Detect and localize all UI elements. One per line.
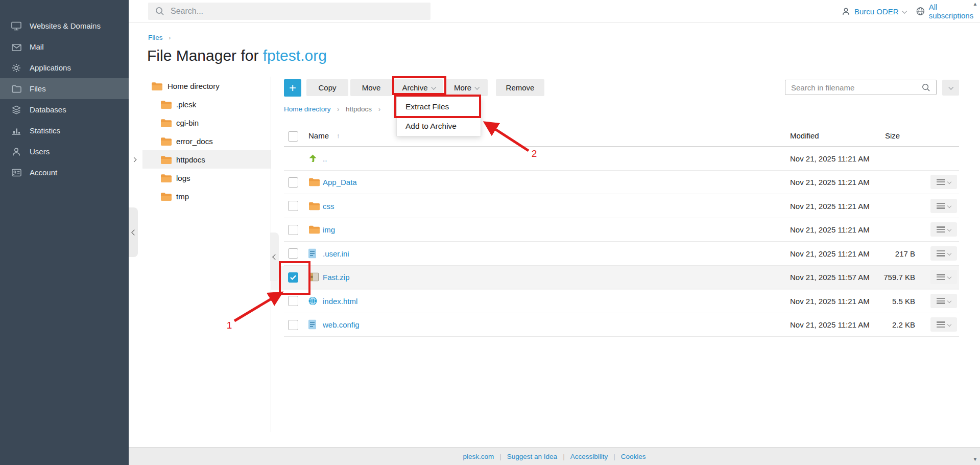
tree-item-tmp[interactable]: tmp: [129, 187, 271, 205]
chevron-right-icon[interactable]: [132, 157, 137, 162]
sidebar-item-databases[interactable]: Databases: [0, 99, 129, 120]
file-name-link[interactable]: web.config: [323, 320, 360, 329]
filename-search-input[interactable]: [785, 80, 937, 95]
search-input[interactable]: [148, 3, 431, 20]
path-separator: ›: [337, 106, 339, 113]
row-checkbox[interactable]: [288, 248, 298, 259]
archive-button[interactable]: Archive: [394, 79, 443, 96]
chevron-down-icon: [947, 251, 951, 255]
tree-item-logs[interactable]: logs: [129, 169, 271, 187]
file-name-link[interactable]: Fast.zip: [323, 273, 350, 282]
row-menu-button[interactable]: [930, 294, 957, 308]
tree-item-cgi-bin[interactable]: cgi-bin: [129, 113, 271, 132]
chevron-down-icon: [947, 180, 951, 184]
row-checkbox[interactable]: [288, 201, 298, 211]
user-name[interactable]: Burcu ODER: [854, 7, 899, 16]
page-title-domain: fptest.org: [263, 47, 327, 64]
file-table: ..Nov 21, 2025 11:21 AMApp_DataNov 21, 2…: [284, 147, 959, 337]
file-name-link[interactable]: css: [323, 201, 334, 210]
top-bar: Burcu ODER All subscriptions ? POWERED B…: [129, 0, 980, 23]
breadcrumb-files-link[interactable]: Files: [148, 34, 163, 41]
sidebar-item-label: Applications: [30, 63, 71, 72]
modified-cell: Nov 21, 2025 11:21 AM: [790, 296, 870, 305]
modified-cell: Nov 21, 2025 11:21 AM: [790, 249, 870, 258]
file-name-link[interactable]: img: [323, 225, 335, 234]
row-checkbox[interactable]: [288, 177, 298, 188]
sidebar-item-account[interactable]: Account: [0, 162, 129, 183]
select-all-checkbox[interactable]: [288, 131, 298, 142]
more-button[interactable]: More: [445, 79, 488, 96]
row-menu-button[interactable]: [930, 246, 957, 261]
table-row-web-config: web.configNov 21, 2025 11:21 AM2.2 KB: [284, 313, 959, 337]
sidebar-item-label: Files: [30, 84, 46, 93]
file-name-link[interactable]: App_Data: [323, 178, 357, 187]
footer-link-accessibility[interactable]: Accessibility: [570, 453, 608, 460]
mail-icon: [10, 43, 22, 51]
file-name-link[interactable]: index.html: [323, 296, 357, 305]
row-checkbox[interactable]: [288, 272, 298, 283]
copy-button[interactable]: Copy: [306, 79, 348, 96]
row-checkbox[interactable]: [288, 225, 298, 235]
page-title-prefix: File Manager for: [147, 47, 263, 64]
scrollbar-up-arrow[interactable]: ▲: [971, 1, 979, 7]
row-checkbox[interactable]: [288, 296, 298, 306]
column-header-modified[interactable]: Modified: [790, 131, 819, 140]
scrollbar-down-arrow[interactable]: ▼: [971, 456, 979, 462]
user-menu[interactable]: Burcu ODER: [842, 0, 906, 22]
menu-item-extract-files[interactable]: Extract Files: [397, 97, 481, 117]
row-menu-button[interactable]: [930, 222, 957, 237]
file-name-link[interactable]: ..: [323, 154, 327, 162]
sidebar-item-label: Mail: [30, 42, 44, 51]
footer-link-cookies[interactable]: Cookies: [621, 453, 646, 460]
tree-item-httpdocs[interactable]: httpdocs: [142, 150, 271, 169]
row-checkbox[interactable]: [288, 320, 298, 330]
sidebar-item-files[interactable]: Files: [0, 78, 129, 99]
chevron-down-icon: [902, 8, 907, 13]
sidebar-item-websites-domains[interactable]: Websites & Domains: [0, 15, 129, 36]
row-menu-button[interactable]: [930, 199, 957, 213]
page-title: File Manager for fptest.org: [147, 47, 327, 64]
add-button[interactable]: +: [284, 79, 301, 97]
column-header-name[interactable]: Name: [308, 131, 329, 140]
footer-link-plesk-com[interactable]: plesk.com: [463, 453, 494, 460]
column-header-size[interactable]: Size: [885, 131, 900, 140]
row-menu-button[interactable]: [930, 270, 957, 284]
tree-item-home-directory[interactable]: Home directory: [129, 77, 271, 95]
users-icon: [10, 147, 22, 156]
tree-children: .pleskcgi-binerror_docshttpdocslogstmp: [129, 95, 271, 205]
chevron-down-icon: [948, 85, 953, 90]
globe-icon: [916, 7, 925, 16]
file-name-link[interactable]: .user.ini: [323, 249, 349, 258]
modified-cell: Nov 21, 2025 11:57 AM: [790, 273, 870, 282]
tree-item--plesk[interactable]: .plesk: [129, 95, 271, 113]
sidebar-item-applications[interactable]: Applications: [0, 57, 129, 78]
sidebar: Websites & DomainsMailApplicationsFilesD…: [0, 0, 129, 465]
row-menu-button[interactable]: [930, 317, 957, 332]
menu-item-add-to-archive[interactable]: Add to Archive: [397, 117, 481, 136]
search-options-button[interactable]: [942, 80, 959, 96]
remove-button[interactable]: Remove: [496, 79, 544, 96]
hamburger-icon: [937, 226, 945, 232]
tree-collapse-handle[interactable]: [270, 232, 279, 281]
hamburger-icon: [937, 321, 945, 328]
move-button[interactable]: Move: [350, 79, 392, 96]
sort-ascending-icon[interactable]: ↑: [337, 132, 340, 140]
modified-cell: Nov 21, 2025 11:21 AM: [790, 201, 870, 210]
path-home-link[interactable]: Home directory: [284, 105, 331, 113]
tree-item-label: tmp: [176, 192, 189, 201]
toolbar-button-label: Remove: [506, 83, 535, 92]
footer-link-suggest-an-idea[interactable]: Suggest an Idea: [507, 453, 557, 460]
sidebar-item-statistics[interactable]: Statistics: [0, 120, 129, 141]
modified-cell: Nov 21, 2025 11:21 AM: [790, 320, 870, 329]
hamburger-icon: [937, 179, 945, 185]
row-menu-button[interactable]: [930, 175, 957, 189]
sidebar-item-users[interactable]: Users: [0, 141, 129, 162]
sidebar-collapse-handle[interactable]: [129, 207, 138, 257]
file-tree: Home directory .pleskcgi-binerror_docsht…: [129, 77, 271, 205]
sidebar-item-mail[interactable]: Mail: [0, 36, 129, 57]
user-icon: [842, 7, 850, 16]
tree-item-error-docs[interactable]: error_docs: [129, 132, 271, 150]
annotation-arrow-1: [234, 293, 281, 321]
monitor-icon: [10, 21, 22, 31]
size-cell: 759.7 KB: [883, 273, 915, 282]
